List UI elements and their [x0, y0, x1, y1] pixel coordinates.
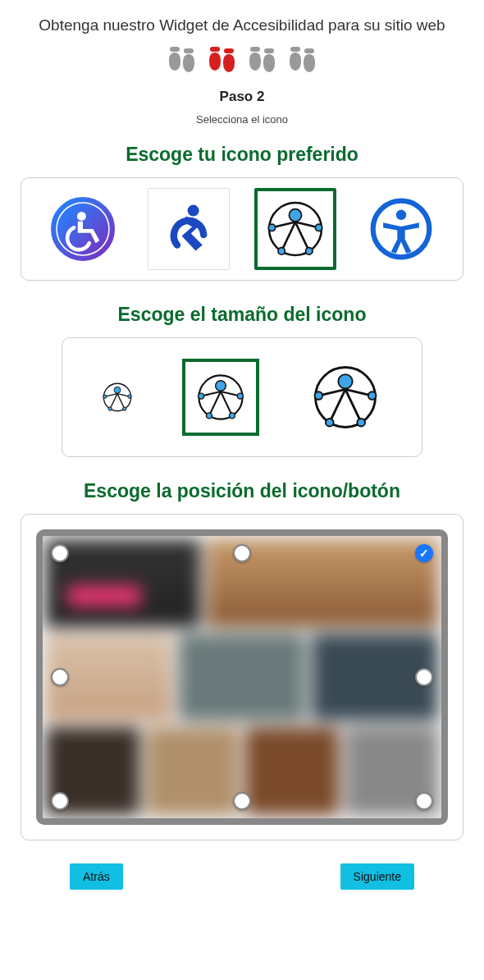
- position-option-bottom-right[interactable]: [415, 792, 433, 810]
- svg-point-45: [358, 419, 366, 427]
- svg-point-23: [127, 395, 130, 398]
- vitruvian-icon: [192, 369, 249, 426]
- position-options-card: [21, 514, 463, 840]
- step-1-icon: [169, 53, 194, 71]
- svg-line-21: [117, 394, 125, 409]
- svg-point-33: [237, 393, 243, 399]
- svg-point-35: [229, 413, 235, 419]
- step-2-icon: [209, 53, 235, 71]
- universal-access-icon: [369, 197, 433, 261]
- svg-line-41: [345, 389, 361, 422]
- icon-option-universal-access[interactable]: [360, 188, 442, 270]
- size-option-medium[interactable]: [182, 359, 259, 436]
- svg-point-15: [396, 210, 406, 220]
- svg-point-11: [315, 224, 322, 231]
- preview-background: [43, 536, 441, 818]
- size-options-card: [62, 337, 422, 457]
- position-option-top-left[interactable]: [51, 544, 69, 562]
- svg-line-20: [110, 394, 117, 409]
- vitruvian-icon: [306, 358, 385, 437]
- svg-point-32: [199, 393, 204, 399]
- vitruvian-icon: [99, 379, 135, 415]
- icon-options-card: [21, 177, 463, 281]
- position-option-top-center[interactable]: [233, 544, 251, 562]
- svg-line-40: [330, 389, 345, 422]
- position-option-middle-right[interactable]: [415, 668, 433, 686]
- wheelchair-motion-icon: [160, 200, 217, 258]
- step-3-icon: [249, 53, 275, 71]
- icon-section-title: Escoge tu icono preferido: [21, 144, 463, 166]
- icon-option-wheelchair-circle[interactable]: [42, 188, 124, 270]
- position-preview: [36, 529, 448, 825]
- svg-line-30: [209, 392, 221, 415]
- svg-point-27: [216, 381, 226, 392]
- wheelchair-circle-icon: [51, 197, 115, 261]
- step-4-icon: [290, 53, 315, 71]
- svg-point-2: [77, 212, 86, 221]
- size-option-large[interactable]: [296, 348, 395, 446]
- page-title: Obtenga nuestro Widget de Accesibilidad …: [21, 16, 463, 34]
- svg-point-34: [206, 413, 212, 419]
- position-section-title: Escoge la posición del icono/botón: [21, 480, 463, 502]
- svg-point-13: [305, 248, 312, 254]
- svg-point-10: [268, 224, 275, 231]
- svg-line-8: [281, 222, 295, 251]
- position-option-top-right[interactable]: [415, 544, 433, 562]
- svg-point-5: [289, 209, 301, 222]
- svg-line-9: [295, 222, 309, 251]
- icon-option-vitruvian[interactable]: [254, 188, 336, 270]
- vitruvian-icon: [261, 195, 330, 263]
- step-label: Paso 2: [21, 89, 463, 105]
- svg-point-42: [315, 392, 323, 400]
- next-button[interactable]: Siguiente: [340, 863, 414, 890]
- svg-line-31: [221, 392, 232, 415]
- position-option-bottom-center[interactable]: [233, 792, 251, 810]
- position-option-bottom-left[interactable]: [51, 792, 69, 810]
- back-button[interactable]: Atrás: [70, 863, 123, 890]
- icon-option-wheelchair-motion[interactable]: [148, 188, 230, 270]
- svg-point-25: [122, 407, 126, 410]
- svg-point-24: [108, 407, 112, 410]
- step-subtitle: Selecciona el icono: [21, 113, 463, 126]
- svg-point-17: [114, 387, 121, 393]
- svg-point-22: [103, 395, 106, 398]
- size-section-title: Escoge el tamaño del icono: [21, 304, 463, 326]
- svg-point-37: [339, 374, 353, 388]
- size-option-small[interactable]: [89, 369, 145, 425]
- step-indicator: [21, 53, 463, 71]
- svg-point-43: [368, 392, 377, 400]
- position-option-middle-left[interactable]: [51, 668, 69, 686]
- svg-point-3: [188, 205, 199, 217]
- svg-point-12: [278, 248, 285, 254]
- svg-point-44: [326, 419, 334, 427]
